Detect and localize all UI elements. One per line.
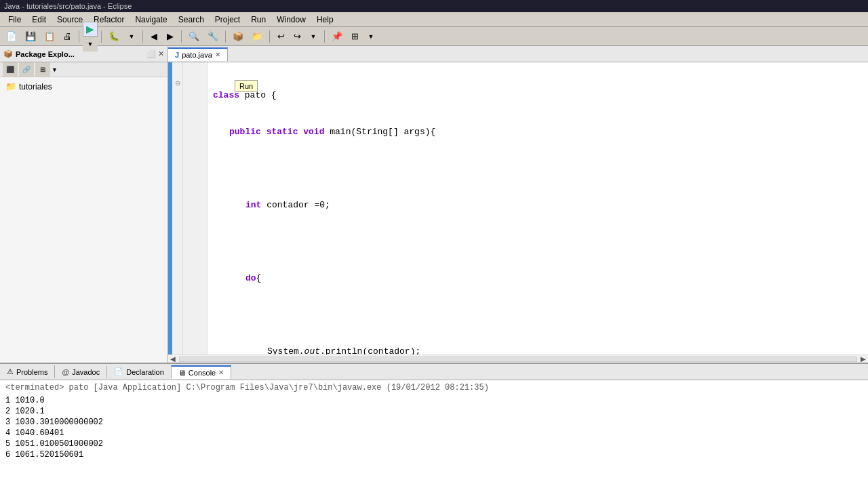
next-edit-button[interactable]: ▶ xyxy=(163,29,178,44)
run-button[interactable]: ▶ xyxy=(83,22,98,37)
package-explorer-toolbar: ⬛ 🔗 ⊞ ▼ xyxy=(0,62,167,77)
menu-project[interactable]: Project xyxy=(210,14,245,26)
search-button[interactable]: 🔍 xyxy=(185,29,203,44)
editor-scrollbar: ◀ ▶ xyxy=(168,354,868,363)
debug-dropdown[interactable]: ▼ xyxy=(124,29,139,44)
tab-problems[interactable]: ⚠ Problems xyxy=(0,365,55,378)
collapse-all-button[interactable]: ⬛ xyxy=(3,62,18,77)
tab-javadoc[interactable]: @ Javadoc xyxy=(55,366,107,378)
new-button[interactable]: 📄 xyxy=(3,29,20,44)
toolbar: 📄 💾 📋 🖨 ▶ ▼ Run 🐛 ▼ ◀ ▶ 🔍 🔧 📦 📁 ↩ ↪ ▼ 📌 … xyxy=(0,27,868,46)
console-terminated: <terminated> pato [Java Application] C:\… xyxy=(5,383,863,392)
panel-title-text: Package Explo... xyxy=(16,50,75,58)
bottom-panel: ⚠ Problems @ Javadoc 📄 Declaration 🖥 Con… xyxy=(0,363,868,488)
editor-content: ⊖ xyxy=(168,62,868,354)
separator-6 xyxy=(269,30,270,43)
code-line-1: class pato { xyxy=(213,89,863,102)
menu-help[interactable]: Help xyxy=(311,14,339,26)
title-bar: Java - tutoriales/src/pato.java - Eclips… xyxy=(0,0,868,12)
scroll-left-button[interactable]: ◀ xyxy=(168,355,178,363)
save-all-button[interactable]: 📋 xyxy=(41,29,58,44)
console-content: <terminated> pato [Java Application] C:\… xyxy=(0,380,868,488)
editor-area: J pato.java ✕ ⊖ xyxy=(168,46,868,363)
menu-window[interactable]: Window xyxy=(271,14,311,26)
code-line-6: do{ xyxy=(213,272,863,285)
project-name: tutoriales xyxy=(19,82,52,92)
console-label: Console xyxy=(189,369,216,377)
content-area: 📦 Package Explo... ⬜ ✕ ⬛ 🔗 ⊞ ▼ 📁 tutoria… xyxy=(0,46,868,363)
title-text: Java - tutoriales/src/pato.java - Eclips… xyxy=(4,2,132,10)
editor-tabs: J pato.java ✕ xyxy=(168,46,868,62)
separator-1 xyxy=(79,30,79,43)
line-numbers xyxy=(183,62,208,354)
panel-title: 📦 Package Explo... xyxy=(3,49,75,58)
code-line-3 xyxy=(213,163,863,175)
minimize-panel-button[interactable]: ⬜ xyxy=(146,49,156,58)
back-dropdown[interactable]: ▼ xyxy=(306,29,321,44)
perspective-dropdown[interactable]: ▼ xyxy=(363,29,378,44)
scroll-right-button[interactable]: ▶ xyxy=(859,355,868,363)
declaration-label: Declaration xyxy=(126,368,164,376)
print-button[interactable]: 🖨 xyxy=(60,29,75,44)
javadoc-icon: @ xyxy=(62,368,69,376)
menu-run[interactable]: Run xyxy=(245,14,271,26)
console-line-1: 1 1010.0 xyxy=(5,395,863,406)
tab-console[interactable]: 🖥 Console ✕ xyxy=(172,365,231,379)
folder-icon: 📁 xyxy=(5,81,16,92)
console-line-5: 5 1051.0100501000002 xyxy=(5,439,863,449)
save-button[interactable]: 💾 xyxy=(22,29,39,44)
close-console-button[interactable]: ✕ xyxy=(218,369,224,376)
back-button[interactable]: ↩ xyxy=(273,29,288,44)
open-type-button[interactable]: 📦 xyxy=(229,29,247,44)
perspectives-button[interactable]: ⊞ xyxy=(347,29,362,44)
close-panel-button[interactable]: ✕ xyxy=(158,49,164,58)
problems-icon: ⚠ xyxy=(7,367,14,376)
forward-button[interactable]: ↪ xyxy=(290,29,304,44)
open-resource-button[interactable]: 📁 xyxy=(248,29,266,44)
menu-search[interactable]: Search xyxy=(173,14,210,26)
console-icon: 🖥 xyxy=(178,369,186,377)
console-line-4: 4 1040.60401 xyxy=(5,428,863,439)
package-icon: 📦 xyxy=(3,49,13,58)
code-line-4: int contador =0; xyxy=(213,199,863,211)
tab-declaration[interactable]: 📄 Declaration xyxy=(107,365,172,378)
menu-bar: File Edit Source Refactor Navigate Searc… xyxy=(0,12,868,27)
tab-label: pato.java xyxy=(182,51,212,59)
refactor-button[interactable]: 🔧 xyxy=(204,29,222,44)
run-dropdown[interactable]: ▼ xyxy=(83,37,98,52)
pin-button[interactable]: 📌 xyxy=(328,29,346,44)
code-line-5 xyxy=(213,236,863,248)
code-line-8: System.out.println(contador); xyxy=(213,346,863,354)
main-layout: 📦 Package Explo... ⬜ ✕ ⬛ 🔗 ⊞ ▼ 📁 tutoria… xyxy=(0,46,868,488)
package-explorer: 📦 Package Explo... ⬜ ✕ ⬛ 🔗 ⊞ ▼ 📁 tutoria… xyxy=(0,46,168,363)
view-menu-button[interactable]: ⊞ xyxy=(35,62,50,77)
separator-4 xyxy=(181,30,182,43)
menu-edit[interactable]: Edit xyxy=(26,14,52,26)
close-tab-button[interactable]: ✕ xyxy=(215,51,220,58)
project-tree-item[interactable]: 📁 tutoriales xyxy=(3,80,165,93)
view-menu-arrow[interactable]: ▼ xyxy=(52,66,58,73)
menu-navigate[interactable]: Navigate xyxy=(130,14,172,26)
fold-gutter: ⊖ xyxy=(172,62,183,354)
problems-label: Problems xyxy=(16,368,47,376)
prev-edit-button[interactable]: ◀ xyxy=(146,29,161,44)
code-line-7 xyxy=(213,309,863,321)
fold-marker-1[interactable]: ⊖ xyxy=(172,77,182,89)
separator-7 xyxy=(324,30,325,43)
separator-2 xyxy=(101,30,102,43)
code-editor[interactable]: class pato { public static void main(Str… xyxy=(208,62,868,354)
bottom-tabs: ⚠ Problems @ Javadoc 📄 Declaration 🖥 Con… xyxy=(0,364,868,380)
console-line-6: 6 1061.520150601 xyxy=(5,449,863,460)
menu-file[interactable]: File xyxy=(3,14,26,26)
code-line-2: public static void main(String[] args){ xyxy=(213,126,863,138)
link-editor-button[interactable]: 🔗 xyxy=(19,62,34,77)
console-line-2: 2 1020.1 xyxy=(5,406,863,417)
java-file-icon: J xyxy=(175,51,179,59)
declaration-icon: 📄 xyxy=(114,367,123,376)
editor-tab-pato[interactable]: J pato.java ✕ xyxy=(168,47,228,61)
separator-3 xyxy=(142,30,143,43)
javadoc-label: Javadoc xyxy=(72,368,100,376)
debug-button[interactable]: 🐛 xyxy=(105,29,123,44)
console-line-3: 3 1030.3010000000002 xyxy=(5,417,863,428)
separator-5 xyxy=(225,30,226,43)
